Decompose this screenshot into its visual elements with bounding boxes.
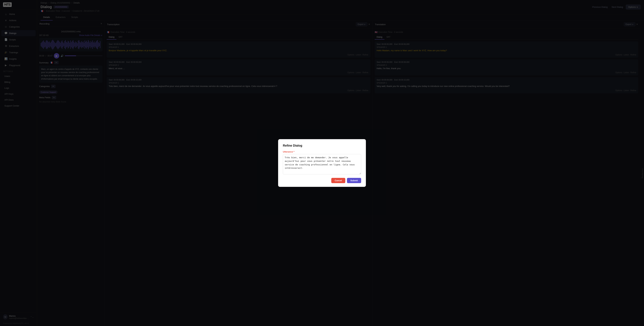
modal-overlay: Refine Dialog Utterance * Cancel Submit bbox=[0, 0, 644, 326]
modal-submit-button[interactable]: Submit bbox=[347, 178, 361, 183]
modal-title: Refine Dialog bbox=[283, 144, 361, 147]
utterance-textarea[interactable] bbox=[283, 154, 361, 174]
refine-dialog-modal: Refine Dialog Utterance * Cancel Submit bbox=[278, 139, 366, 187]
modal-footer: Cancel Submit bbox=[283, 178, 361, 183]
utterance-required-marker: * bbox=[294, 150, 294, 153]
modal-cancel-button[interactable]: Cancel bbox=[331, 178, 345, 183]
utterance-label: Utterance * bbox=[283, 150, 361, 153]
